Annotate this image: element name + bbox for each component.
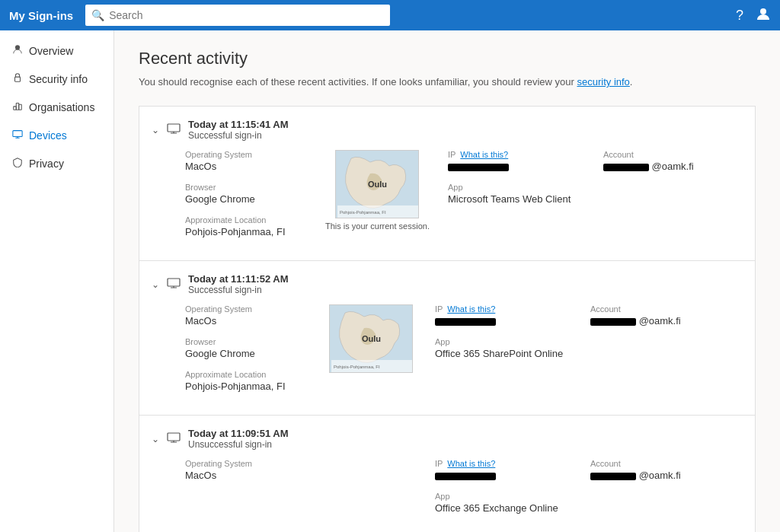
search-box[interactable]: 🔍	[85, 5, 390, 26]
layout: Overview Security info Organisations Dev…	[0, 30, 780, 532]
sidebar-item-overview-label: Overview	[29, 45, 73, 57]
ip-redacted-2	[435, 318, 496, 326]
devices-icon	[12, 129, 23, 142]
activity-status-3: Unsuccessful sign-in	[188, 439, 289, 450]
location-label-2: Approximate Location	[185, 370, 307, 379]
main-content: Recent activity You should recognise eac…	[114, 30, 780, 532]
activity-details-1: Operating System MacOs Browser Google Ch…	[139, 150, 755, 248]
sidebar-item-devices[interactable]: Devices	[0, 121, 113, 149]
account-redacted-1	[603, 164, 649, 171]
account-col-2: Account @oamk.fi	[590, 304, 712, 403]
svg-text:Pohjois-Pohjanmaa, FI: Pohjois-Pohjanmaa, FI	[340, 210, 386, 215]
map-thumb-1: Oulu Pohjois-Pohjanmaa, FI	[335, 150, 419, 218]
security-info-link[interactable]: security info	[577, 76, 629, 88]
os-col-3: Operating System MacOs	[185, 459, 307, 524]
svg-point-0	[760, 8, 766, 14]
map-thumb-2: Oulu Pohjois-Pohjanmaa, FI	[329, 304, 413, 373]
svg-rect-2	[15, 77, 21, 81]
ip-link-1[interactable]: What is this?	[460, 150, 508, 159]
location-value-1: Pohjois-Pohjanmaa, FI	[185, 226, 307, 237]
os-col-2: Operating System MacOs Browser Google Ch…	[185, 304, 307, 403]
topbar: My Sign-ins 🔍 ?	[0, 0, 780, 30]
sidebar-item-organisations-label: Organisations	[29, 101, 94, 113]
sidebar-item-privacy[interactable]: Privacy	[0, 149, 113, 177]
activity-time-3: Today at 11:09:51 AM	[188, 428, 289, 439]
os-label-3: Operating System	[185, 459, 307, 468]
activity-header-3: ⌄ Today at 11:09:51 AM Unsuccessful sign…	[139, 428, 755, 459]
activity-header-2: ⌄ Today at 11:11:52 AM Successful sign-i…	[139, 273, 755, 304]
browser-value-1: Google Chrome	[185, 193, 307, 205]
sidebar-item-overview[interactable]: Overview	[0, 37, 113, 65]
activity-time-1: Today at 11:15:41 AM	[188, 119, 289, 130]
ip-redacted-3	[435, 473, 496, 480]
os-value-3: MacOs	[185, 470, 307, 481]
map-col-1: Oulu Pohjois-Pohjanmaa, FI This is your …	[325, 150, 430, 248]
monitor-icon-3	[167, 431, 181, 447]
app-title: My Sign-ins	[9, 9, 73, 22]
browser-label-1: Browser	[185, 183, 307, 192]
overview-icon	[12, 44, 23, 57]
sidebar-item-security-info[interactable]: Security info	[0, 65, 113, 93]
app-value-1: Microsoft Teams Web Client	[448, 193, 585, 205]
account-suffix-2: @oamk.fi	[639, 315, 681, 327]
activity-list: ⌄ Today at 11:15:41 AM Successful sign-i…	[139, 106, 756, 532]
svg-text:Oulu: Oulu	[368, 180, 387, 189]
activity-details-3: Operating System MacOs IP What is this? …	[139, 459, 755, 524]
collapse-icon-1[interactable]: ⌄	[152, 125, 159, 135]
account-suffix-3: @oamk.fi	[639, 470, 681, 481]
svg-rect-7	[168, 124, 180, 132]
activity-status-1: Successful sign-in	[188, 130, 289, 141]
ip-value-1	[448, 161, 585, 172]
security-info-icon	[12, 72, 23, 85]
app-label-2: App	[435, 337, 572, 346]
account-label-3: Account	[590, 459, 712, 468]
collapse-icon-2[interactable]: ⌄	[152, 279, 159, 290]
sidebar-item-organisations[interactable]: Organisations	[0, 93, 113, 121]
account-redacted-2	[590, 318, 636, 326]
privacy-icon	[12, 157, 23, 170]
activity-time-block-3: Today at 11:09:51 AM Unsuccessful sign-i…	[188, 428, 289, 450]
app-value-2: Office 365 SharePoint Online	[435, 348, 572, 359]
ip-link-3[interactable]: What is this?	[447, 459, 495, 468]
sidebar: Overview Security info Organisations Dev…	[0, 30, 114, 532]
user-icon[interactable]	[756, 6, 771, 25]
ip-value-3	[435, 470, 572, 481]
activity-entry-1: ⌄ Today at 11:15:41 AM Successful sign-i…	[139, 107, 755, 261]
organisations-icon	[12, 100, 23, 113]
search-icon: 🔍	[91, 9, 104, 21]
search-input[interactable]	[109, 9, 384, 21]
topbar-icons: ?	[736, 6, 771, 25]
svg-point-1	[15, 45, 20, 49]
account-value-3: @oamk.fi	[590, 470, 712, 481]
ip-col-3: IP What is this? App Office 365 Exchange…	[435, 459, 572, 524]
monitor-icon-1	[167, 122, 181, 138]
session-text-1: This is your current session.	[325, 221, 430, 231]
ip-label-2: IP What is this?	[435, 304, 572, 314]
svg-rect-5	[19, 104, 22, 110]
sidebar-item-security-label: Security info	[29, 73, 88, 85]
browser-label-2: Browser	[185, 337, 307, 346]
location-value-2: Pohjois-Pohjanmaa, FI	[185, 381, 307, 392]
activity-entry-3: ⌄ Today at 11:09:51 AM Unsuccessful sign…	[139, 416, 755, 532]
account-label-2: Account	[590, 304, 712, 314]
help-icon[interactable]: ?	[736, 8, 743, 24]
account-label-1: Account	[603, 150, 725, 159]
ip-value-2	[435, 315, 572, 327]
ip-col-1: IP What is this? App Microsoft Teams Web…	[448, 150, 585, 248]
map-col-2: Oulu Pohjois-Pohjanmaa, FI	[325, 304, 417, 403]
ip-redacted-1	[448, 164, 509, 171]
svg-text:Oulu: Oulu	[362, 334, 381, 343]
activity-time-block-1: Today at 11:15:41 AM Successful sign-in	[188, 119, 289, 141]
browser-value-2: Google Chrome	[185, 348, 307, 359]
os-value-1: MacOs	[185, 161, 307, 172]
app-label-1: App	[448, 183, 585, 192]
location-label-1: Approximate Location	[185, 215, 307, 225]
page-title: Recent activity	[139, 49, 756, 68]
collapse-icon-3[interactable]: ⌄	[152, 434, 159, 444]
os-col-1: Operating System MacOs Browser Google Ch…	[185, 150, 307, 248]
os-label-2: Operating System	[185, 304, 307, 314]
account-col-1: Account @oamk.fi	[603, 150, 725, 248]
account-value-2: @oamk.fi	[590, 315, 712, 327]
ip-link-2[interactable]: What is this?	[447, 304, 495, 314]
svg-rect-6	[13, 131, 22, 137]
